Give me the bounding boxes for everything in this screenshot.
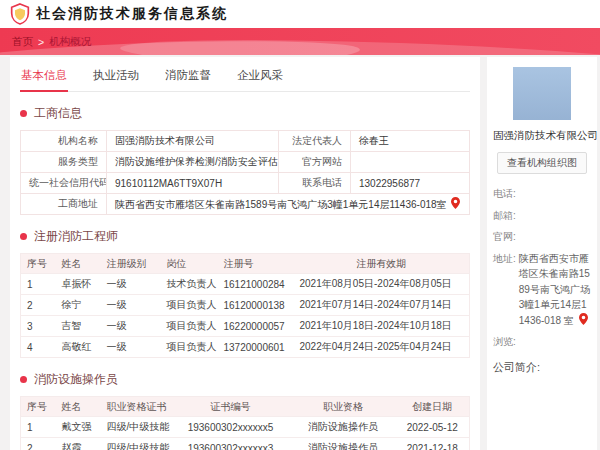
sidebar-field-address: 地址: 陕西省西安市雁塔区朱雀南路1589号南飞鸿广场3幢1单元14层11436…	[493, 251, 591, 329]
table-row: 统一社会信用代码 91610112MA6TT9X07H 联系电话 1302295…	[21, 173, 470, 194]
section-title-text: 注册消防工程师	[34, 228, 118, 245]
breadcrumb-separator: >	[38, 36, 44, 48]
section-title-text: 工商信息	[34, 105, 82, 122]
section-bullet-icon	[20, 110, 27, 117]
company-name: 固强消防技术有限公司	[493, 129, 591, 143]
location-pin-icon[interactable]	[451, 197, 460, 209]
tab-basic-info[interactable]: 基本信息	[20, 66, 68, 92]
table-row: 工商地址 陕西省西安市雁塔区朱雀南路1589号南飞鸿广场3幢1单元14层1143…	[21, 194, 470, 215]
breadcrumb-bar: 首页 > 机构概况	[0, 28, 600, 55]
app-title: 社会消防技术服务信息系统	[36, 5, 228, 23]
shield-logo-icon	[10, 3, 30, 25]
table-row: 服务类型 消防设施维护保养检测/消防安全评估 官方网站	[21, 152, 470, 173]
sidebar-field-email: 邮箱:	[493, 208, 591, 224]
table-row: 3 吉智 一级 项目负责人 16220000057 2021年10月18日-20…	[21, 316, 470, 337]
business-info-table: 机构名称 固强消防技术有限公司 法定代表人 徐春王 服务类型 消防设施维护保养检…	[20, 130, 470, 215]
company-intro-label: 公司简介:	[493, 360, 591, 375]
tab-fire-supervision[interactable]: 消防监督	[164, 66, 212, 91]
table-row: 2 赵霞 四级/中级技能 193600302xxxxxx3 消防设施操作员 20…	[21, 438, 470, 450]
sidebar-field-phone: 电话:	[493, 186, 591, 202]
section-business-info: 工商信息	[20, 105, 470, 122]
main-content: 基本信息 执业活动 消防监督 企业风采 工商信息 机构名称 固强消防技术有限公司…	[0, 55, 600, 450]
tab-practice-activity[interactable]: 执业活动	[92, 66, 140, 91]
breadcrumb-current: 机构概况	[49, 35, 91, 49]
tab-company-showcase[interactable]: 企业风采	[236, 66, 284, 91]
section-bullet-icon	[20, 376, 27, 383]
section-bullet-icon	[20, 233, 27, 240]
business-address: 陕西省西安市雁塔区朱雀南路1589号南飞鸿广场3幢1单元14层11436-018…	[115, 199, 447, 210]
app-header: 社会消防技术服务信息系统	[0, 0, 600, 28]
company-image-placeholder	[513, 67, 571, 120]
table-header-row: 序号 姓名 职业资格证书 证书编号 职业资格 创建日期	[21, 397, 470, 417]
table-header-row: 序号 姓名 注册级别 岗位 注册号 注册有效期	[21, 254, 470, 274]
table-row: 1 戴文强 四级/中级技能 193600302xxxxxx5 消防设施操作员 2…	[21, 417, 470, 438]
breadcrumb-home-link[interactable]: 首页	[12, 35, 33, 49]
table-row: 机构名称 固强消防技术有限公司 法定代表人 徐春王	[21, 131, 470, 152]
detail-panel: 基本信息 执业活动 消防监督 企业风采 工商信息 机构名称 固强消防技术有限公司…	[10, 57, 480, 450]
table-row: 2 徐宁 一级 项目负责人 16120000138 2021年07月14日-20…	[21, 295, 470, 316]
section-facility-operators: 消防设施操作员	[20, 371, 470, 388]
engineers-table: 序号 姓名 注册级别 岗位 注册号 注册有效期 1 卓振怀 一级 技术负责人 1…	[20, 253, 470, 358]
table-row: 1 卓振怀 一级 技术负责人 16121000284 2021年08月05日-2…	[21, 274, 470, 295]
sidebar-field-website: 官网:	[493, 229, 591, 245]
table-row: 4 高敬红 一级 项目负责人 13720000601 2022年04月24日-2…	[21, 337, 470, 358]
sidebar-field-views: 浏览:	[493, 334, 591, 350]
company-sidebar: 固强消防技术有限公司 查看机构组织图 电话: 邮箱: 官网: 地址: 陕西省西安…	[487, 57, 597, 450]
operators-table: 序号 姓名 职业资格证书 证书编号 职业资格 创建日期 1 戴文强 四级/中级技…	[20, 396, 470, 450]
section-title-text: 消防设施操作员	[34, 371, 118, 388]
location-pin-icon[interactable]	[579, 313, 588, 325]
view-org-chart-button[interactable]: 查看机构组织图	[497, 152, 587, 174]
section-fire-engineers: 注册消防工程师	[20, 228, 470, 245]
tab-bar: 基本信息 执业活动 消防监督 企业风采	[20, 57, 470, 92]
